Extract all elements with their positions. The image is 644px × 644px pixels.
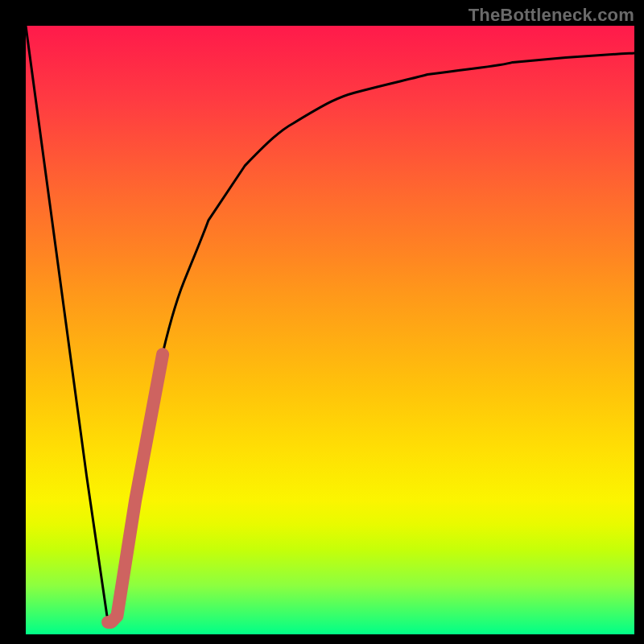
bottleneck-curve	[26, 26, 634, 622]
accent-segment	[108, 354, 163, 622]
plot-area	[26, 26, 634, 634]
chart-svg	[26, 26, 634, 634]
attribution-text: TheBottleneck.com	[469, 5, 634, 26]
black-frame: TheBottleneck.com	[0, 0, 644, 644]
